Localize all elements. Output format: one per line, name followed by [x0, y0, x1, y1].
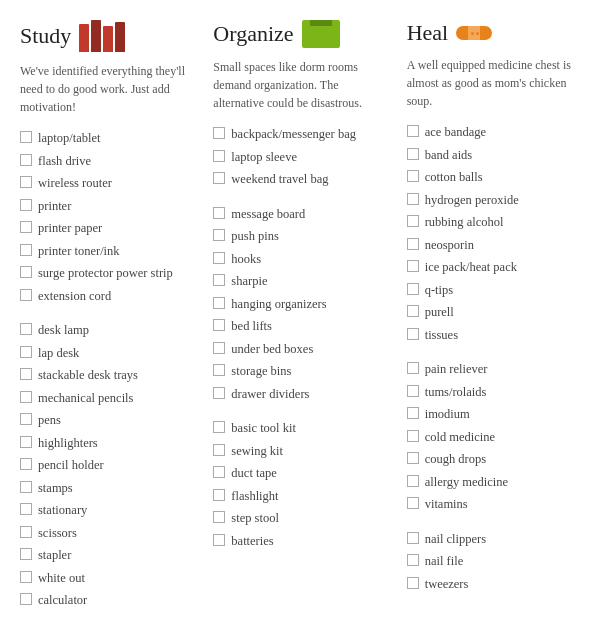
checkbox[interactable] — [407, 385, 419, 397]
list-item: highlighters — [20, 435, 193, 453]
checkbox[interactable] — [407, 532, 419, 544]
checkbox[interactable] — [20, 323, 32, 335]
list-item: stackable desk trays — [20, 367, 193, 385]
checkbox[interactable] — [20, 131, 32, 143]
checkbox[interactable] — [20, 413, 32, 425]
checkbox[interactable] — [213, 387, 225, 399]
checkbox[interactable] — [407, 238, 419, 250]
list-item: push pins — [213, 228, 386, 246]
checkbox[interactable] — [213, 150, 225, 162]
list-item: batteries — [213, 533, 386, 551]
checkbox[interactable] — [20, 548, 32, 560]
list-item: stationary — [20, 502, 193, 520]
checkbox[interactable] — [213, 252, 225, 264]
list-item: storage bins — [213, 363, 386, 381]
checkbox[interactable] — [213, 207, 225, 219]
item-label: surge protector power strip — [38, 265, 173, 283]
item-label: cough drops — [425, 451, 486, 469]
checkbox[interactable] — [407, 328, 419, 340]
list-item: band aids — [407, 147, 580, 165]
checkbox[interactable] — [213, 229, 225, 241]
item-label: cold medicine — [425, 429, 495, 447]
item-label: hanging organizers — [231, 296, 326, 314]
checkbox[interactable] — [407, 362, 419, 374]
bandaid-icon — [456, 23, 492, 43]
checkbox[interactable] — [20, 526, 32, 538]
list-item: step stool — [213, 510, 386, 528]
column-heal: HealA well equipped medicine chest is al… — [397, 20, 580, 615]
checkbox[interactable] — [20, 368, 32, 380]
checkbox[interactable] — [407, 148, 419, 160]
checkbox[interactable] — [213, 297, 225, 309]
list-item: printer toner/ink — [20, 243, 193, 261]
checkbox[interactable] — [213, 511, 225, 523]
list-item: hooks — [213, 251, 386, 269]
checkbox[interactable] — [407, 430, 419, 442]
list-item: pencil holder — [20, 457, 193, 475]
checkbox[interactable] — [20, 176, 32, 188]
checkbox[interactable] — [20, 244, 32, 256]
checkbox[interactable] — [20, 346, 32, 358]
checkbox[interactable] — [213, 172, 225, 184]
item-label: q-tips — [425, 282, 453, 300]
checkbox[interactable] — [20, 571, 32, 583]
list-item: lap desk — [20, 345, 193, 363]
checkbox[interactable] — [407, 407, 419, 419]
checkbox[interactable] — [213, 319, 225, 331]
box-icon — [302, 20, 340, 48]
checkbox[interactable] — [20, 266, 32, 278]
study-title: Study — [20, 23, 71, 49]
checkbox[interactable] — [213, 342, 225, 354]
checkbox[interactable] — [213, 421, 225, 433]
checkbox[interactable] — [213, 534, 225, 546]
column-study: StudyWe've identified everything they'll… — [20, 20, 203, 615]
checkbox[interactable] — [20, 436, 32, 448]
checkbox[interactable] — [407, 283, 419, 295]
checkbox[interactable] — [20, 458, 32, 470]
checkbox[interactable] — [213, 127, 225, 139]
item-label: ace bandage — [425, 124, 486, 142]
checkbox[interactable] — [213, 466, 225, 478]
list-item: surge protector power strip — [20, 265, 193, 283]
item-label: calculator — [38, 592, 87, 610]
item-label: pain reliever — [425, 361, 488, 379]
list-item: tissues — [407, 327, 580, 345]
checkbox[interactable] — [407, 215, 419, 227]
list-item: sharpie — [213, 273, 386, 291]
checkbox[interactable] — [407, 125, 419, 137]
checkbox[interactable] — [407, 452, 419, 464]
list-item: pain reliever — [407, 361, 580, 379]
checkbox[interactable] — [407, 554, 419, 566]
checkbox[interactable] — [20, 481, 32, 493]
checkbox[interactable] — [20, 593, 32, 605]
checkbox[interactable] — [407, 475, 419, 487]
checkbox[interactable] — [407, 497, 419, 509]
list-item: tums/rolaids — [407, 384, 580, 402]
item-label: tums/rolaids — [425, 384, 487, 402]
checkbox[interactable] — [407, 577, 419, 589]
main-columns: StudyWe've identified everything they'll… — [20, 20, 580, 615]
heal-description: A well equipped medicine chest is almost… — [407, 56, 580, 110]
checkbox[interactable] — [407, 260, 419, 272]
books-icon — [79, 20, 125, 52]
checkbox[interactable] — [213, 444, 225, 456]
checkbox[interactable] — [20, 199, 32, 211]
item-label: neosporin — [425, 237, 474, 255]
item-label: basic tool kit — [231, 420, 296, 438]
checkbox[interactable] — [213, 274, 225, 286]
checkbox[interactable] — [20, 391, 32, 403]
checkbox[interactable] — [20, 289, 32, 301]
list-item: scissors — [20, 525, 193, 543]
item-label: rubbing alcohol — [425, 214, 504, 232]
checkbox[interactable] — [407, 170, 419, 182]
checkbox[interactable] — [213, 489, 225, 501]
checkbox[interactable] — [20, 503, 32, 515]
checkbox[interactable] — [407, 305, 419, 317]
checkbox[interactable] — [407, 193, 419, 205]
checkbox[interactable] — [20, 221, 32, 233]
item-label: backpack/messenger bag — [231, 126, 356, 144]
checkbox[interactable] — [213, 364, 225, 376]
checkbox[interactable] — [20, 154, 32, 166]
list-item: neosporin — [407, 237, 580, 255]
list-item: wireless router — [20, 175, 193, 193]
